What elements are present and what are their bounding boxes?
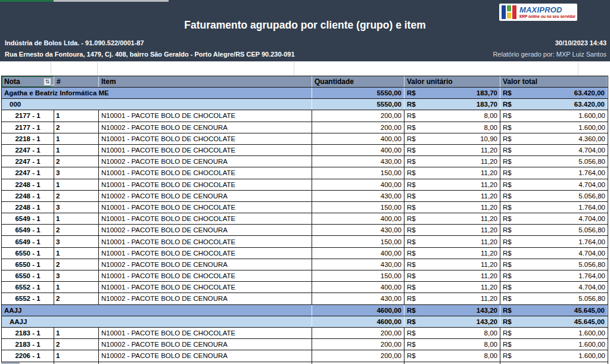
item-cell[interactable]: N10001 - PACOTE BOLO DE CHOCOLATE [99, 167, 312, 178]
nota-cell[interactable]: 2248 - 1 [2, 202, 54, 213]
column-header-item[interactable]: Item [99, 76, 312, 87]
unit-price-cell[interactable]: R$11,20 [404, 248, 500, 259]
item-cell[interactable]: N10001 - PACOTE BOLO DE CHOCOLATE [99, 145, 312, 155]
quantity-cell[interactable]: 430,00 [312, 191, 404, 201]
nota-cell[interactable]: 6552 - 1 [2, 293, 54, 304]
nota-cell[interactable]: 6549 - 1 [2, 213, 54, 224]
unit-price-cell[interactable]: R$143,20 [404, 305, 500, 316]
group-label-cell[interactable]: Agatha e Beatriz Informática ME [2, 88, 312, 98]
unit-price-cell[interactable]: R$8,00 [404, 339, 500, 350]
unit-price-cell[interactable]: R$8,00 [404, 110, 500, 121]
item-cell[interactable]: N10001 - PACOTE BOLO DE CHOCOLATE [99, 236, 312, 247]
total-value-cell[interactable]: R$5.056,80 [500, 191, 608, 201]
nota-cell[interactable]: 2248 - 1 [2, 179, 54, 190]
item-number-cell[interactable]: 3 [54, 270, 99, 281]
unit-price-cell[interactable]: R$11,20 [404, 225, 500, 235]
item-number-cell[interactable]: 1 [54, 179, 99, 190]
quantity-cell[interactable]: 430,00 [312, 225, 404, 235]
item-cell[interactable]: N10002 - PACOTE BOLO DE CENOURA [99, 156, 312, 167]
unit-price-cell[interactable]: R$11,20 [404, 202, 500, 213]
quantity-cell[interactable]: 200,00 [312, 110, 404, 121]
total-value-cell[interactable]: R$1.764,00 [500, 167, 608, 178]
total-value-cell[interactable]: R$1.764,00 [500, 202, 608, 213]
nota-cell[interactable]: 6549 - 1 [2, 225, 54, 235]
fill-handle[interactable] [52, 85, 54, 87]
unit-price-cell[interactable]: R$11,20 [404, 167, 500, 178]
item-number-cell[interactable]: 1 [54, 213, 99, 224]
total-value-cell[interactable]: R$1.764,00 [500, 236, 608, 247]
total-value-cell[interactable]: R$4.704,00 [500, 179, 608, 190]
item-cell[interactable]: N10001 - PACOTE BOLO DE CHOCOLATE [99, 133, 312, 144]
unit-price-cell[interactable]: R$11,20 [404, 213, 500, 224]
quantity-cell[interactable]: 5550,00 [312, 88, 404, 98]
nota-cell[interactable]: 2218 - 1 [2, 133, 54, 144]
quantity-cell[interactable]: 400,00 [312, 282, 404, 293]
quantity-cell[interactable]: 200,00 [312, 339, 404, 350]
quantity-cell[interactable]: 200,00 [312, 328, 404, 338]
total-value-cell[interactable]: R$5.056,80 [500, 156, 608, 167]
group-label-cell[interactable]: AAJJ [2, 305, 312, 316]
total-value-cell[interactable]: R$5.056,80 [500, 225, 608, 235]
nota-cell[interactable]: 6550 - 1 [2, 270, 54, 281]
nota-cell[interactable]: 6550 - 1 [2, 259, 54, 270]
quantity-cell[interactable]: 400,00 [312, 213, 404, 224]
nota-cell[interactable]: 2177 - 1 [2, 122, 54, 133]
total-value-cell[interactable]: R$1.764,00 [500, 270, 608, 281]
quantity-cell[interactable]: 400,00 [312, 248, 404, 259]
quantity-cell[interactable]: 150,00 [312, 270, 404, 281]
item-cell[interactable]: N10002 - PACOTE BOLO DE CENOURA [99, 225, 312, 235]
nota-cell[interactable]: 2247 - 1 [2, 145, 54, 155]
quantity-cell[interactable]: 5550,00 [312, 99, 404, 110]
item-number-cell[interactable]: 2 [54, 191, 99, 201]
unit-price-cell[interactable]: R$11,20 [404, 156, 500, 167]
column-header-nota[interactable]: Nota ⇅ [2, 76, 54, 87]
unit-price-cell[interactable]: R$11,20 [404, 179, 500, 190]
unit-price-cell[interactable]: R$11,20 [404, 236, 500, 247]
item-number-cell[interactable]: 1 [54, 248, 99, 259]
item-cell[interactable]: N10002 - PACOTE BOLO DE CENOURA [99, 350, 312, 361]
quantity-cell[interactable]: 150,00 [312, 202, 404, 213]
nota-cell[interactable]: 6550 - 1 [2, 248, 54, 259]
unit-price-cell[interactable]: R$143,20 [404, 316, 500, 327]
total-value-cell[interactable]: R$4.704,00 [500, 282, 608, 293]
total-value-cell[interactable]: R$1.600,00 [500, 122, 608, 133]
item-number-cell[interactable]: 1 [54, 328, 99, 338]
unit-price-cell[interactable]: R$11,20 [404, 270, 500, 281]
unit-price-cell[interactable]: R$11,20 [404, 259, 500, 270]
total-value-cell[interactable]: R$4.360,00 [500, 133, 608, 144]
quantity-cell[interactable]: 4600,00 [312, 305, 404, 316]
unit-price-cell[interactable]: R$8,00 [404, 350, 500, 361]
item-cell[interactable]: N10002 - PACOTE BOLO DE CENOURA [99, 191, 312, 201]
column-header-quantidade[interactable]: Quantidade [312, 76, 404, 87]
subgroup-label-cell[interactable]: AAJJ [2, 316, 312, 327]
column-header-valor-unitario[interactable]: Valor unitário [404, 76, 500, 87]
unit-price-cell[interactable]: R$183,70 [404, 88, 500, 98]
sort-filter-icon[interactable]: ⇅ [43, 78, 51, 86]
unit-price-cell[interactable]: R$8,00 [404, 122, 500, 133]
nota-cell[interactable]: 2247 - 1 [2, 167, 54, 178]
quantity-cell[interactable]: 400,00 [312, 133, 404, 144]
nota-cell[interactable]: 2183 - 1 [2, 339, 54, 350]
total-value-cell[interactable]: R$4.704,00 [500, 248, 608, 259]
unit-price-cell[interactable]: R$11,20 [404, 191, 500, 201]
item-cell[interactable]: N10001 - PACOTE BOLO DE CHOCOLATE [99, 282, 312, 293]
unit-price-cell[interactable]: R$183,70 [404, 99, 500, 110]
column-header-num[interactable]: # [54, 76, 99, 87]
item-cell[interactable]: N10001 - PACOTE BOLO DE CHOCOLATE [99, 328, 312, 338]
total-value-cell[interactable]: R$4.704,00 [500, 213, 608, 224]
item-cell[interactable]: N10002 - PACOTE BOLO DE CENOURA [99, 339, 312, 350]
item-number-cell[interactable]: 1 [54, 282, 99, 293]
nota-cell[interactable]: 2248 - 1 [2, 191, 54, 201]
column-header-valor-total[interactable]: Valor total [500, 76, 608, 87]
total-value-cell[interactable]: R$1.600,00 [500, 110, 608, 121]
total-value-cell[interactable]: R$63.420,00 [500, 88, 608, 98]
nota-cell[interactable]: 6552 - 1 [2, 282, 54, 293]
total-value-cell[interactable]: R$1.600,00 [500, 328, 608, 338]
item-cell[interactable]: N10002 - PACOTE BOLO DE CENOURA [99, 259, 312, 270]
item-number-cell[interactable]: 1 [54, 350, 99, 361]
quantity-cell[interactable]: 430,00 [312, 156, 404, 167]
total-value-cell[interactable]: R$4.704,00 [500, 145, 608, 155]
quantity-cell[interactable]: 200,00 [312, 122, 404, 133]
quantity-cell[interactable]: 150,00 [312, 236, 404, 247]
nota-cell[interactable]: 2177 - 1 [2, 110, 54, 121]
